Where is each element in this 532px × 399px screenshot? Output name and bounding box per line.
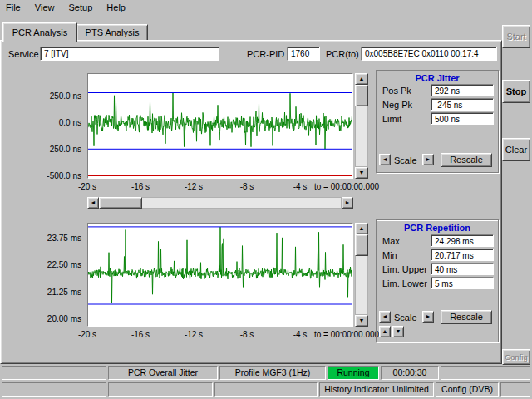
- scroll-right-icon[interactable]: ►: [342, 197, 353, 209]
- menu-item-help[interactable]: Help: [101, 0, 131, 12]
- scroll-up-icon[interactable]: ▲: [355, 223, 368, 234]
- repetition-y-tick: 20.00 ms: [23, 314, 81, 323]
- jitter-vertical-scrollbar: ▲ ▼: [355, 73, 368, 179]
- jitter-y-tick: -250.0 ns: [23, 145, 81, 154]
- lim-upper-value[interactable]: 40 ms: [431, 263, 494, 275]
- jitter-horizontal-scrollbar: ◄ ►: [87, 197, 353, 209]
- lim-lower-label: Lim. Lower: [382, 278, 427, 288]
- menu-item-setup[interactable]: Setup: [63, 0, 99, 12]
- min-label: Min: [382, 250, 397, 260]
- neg-pk-label: Neg Pk: [382, 100, 412, 110]
- repetition-scale-label: Scale: [394, 313, 417, 323]
- status-measurement-panel: PCR Overall Jitter: [108, 366, 218, 380]
- status-profile-panel: Profile MGF3 (1Hz): [219, 366, 326, 380]
- jitter-scale-label: Scale: [394, 155, 417, 165]
- pcr-to-field[interactable]: 0x005B8E7EC 0x0110 00:17:4: [361, 47, 497, 61]
- scrollbar-thumb[interactable]: [355, 234, 368, 256]
- pcr-to-label: PCR(to): [326, 49, 359, 59]
- repetition-scale-down-icon[interactable]: ▼: [392, 326, 404, 337]
- repetition-y-tick: 21.25 ms: [23, 288, 81, 297]
- repetition-x-tick: -16 s: [129, 330, 152, 339]
- repetition-x-tick: -12 s: [182, 330, 205, 339]
- lim-lower-value[interactable]: 5 ms: [431, 277, 494, 289]
- repetition-x-tick: -8 s: [235, 330, 259, 339]
- status-elapsed-time: 00:00:30: [381, 366, 439, 380]
- repetition-rescale-button[interactable]: Rescale: [441, 310, 492, 324]
- info-empty-panel: [214, 382, 318, 397]
- jitter-y-tick: 0.0 ns: [23, 118, 81, 127]
- application-window: File View Setup Help PCR Analysis PTS An…: [0, 0, 532, 399]
- neg-pk-value: -245 ns: [431, 98, 494, 111]
- repetition-vertical-scrollbar: ▲ ▼: [355, 223, 368, 327]
- pcr-jitter-panel-title: PCR Jitter: [376, 73, 499, 83]
- jitter-scale-left-icon[interactable]: ◄: [379, 154, 391, 165]
- repetition-scale-left-icon[interactable]: ◄: [379, 311, 391, 323]
- limit-value[interactable]: 500 ns: [431, 112, 494, 125]
- history-indicator-panel: History Indicator: Unlimited: [319, 382, 434, 397]
- clear-button[interactable]: Clear: [502, 138, 530, 161]
- scroll-up-icon[interactable]: ▲: [355, 73, 368, 85]
- status-empty-panel: [441, 366, 530, 380]
- jitter-y-tick: -500.0 ns: [23, 171, 81, 180]
- jitter-x-end-time-label: to = 00:00:00.000: [314, 182, 379, 191]
- jitter-scale-right-icon[interactable]: ►: [422, 154, 434, 165]
- jitter-chart-plot: [87, 73, 353, 179]
- tab-pts-analysis[interactable]: PTS Analysis: [76, 24, 148, 41]
- scroll-down-icon[interactable]: ▼: [355, 167, 368, 179]
- jitter-x-tick: -8 s: [235, 182, 259, 191]
- pos-pk-label: Pos Pk: [382, 86, 411, 96]
- info-empty-panel: [500, 382, 530, 397]
- menu-bar: File View Setup Help: [0, 0, 532, 16]
- pcr-pid-label: PCR-PID: [247, 49, 284, 59]
- pcr-repetition-panel-title: PCR Repetition: [376, 223, 499, 233]
- jitter-x-tick: -16 s: [129, 182, 152, 191]
- menu-item-view[interactable]: View: [29, 0, 61, 12]
- repetition-y-tick: 23.75 ms: [23, 234, 81, 243]
- status-running-badge: Running: [328, 366, 379, 380]
- min-value: 20.717 ms: [431, 249, 494, 261]
- jitter-x-tick: -4 s: [288, 182, 312, 191]
- lim-upper-label: Lim. Upper: [382, 264, 427, 274]
- scrollbar-thumb[interactable]: [99, 197, 142, 209]
- scrollbar-thumb[interactable]: [355, 85, 368, 106]
- pcr-pid-field[interactable]: 1760: [287, 47, 320, 61]
- repetition-chart-plot: [87, 223, 353, 327]
- status-empty-panel: [2, 366, 106, 380]
- stop-button[interactable]: Stop: [502, 80, 530, 103]
- info-empty-panel: [2, 382, 106, 397]
- jitter-x-tick: -20 s: [76, 182, 99, 191]
- max-label: Max: [382, 236, 400, 246]
- repetition-scale-up-icon[interactable]: ▲: [379, 326, 391, 337]
- info-empty-panel: [108, 382, 213, 397]
- pos-pk-value: 292 ns: [431, 84, 494, 96]
- service-label: Service: [8, 49, 39, 59]
- scroll-down-icon[interactable]: ▼: [355, 315, 368, 327]
- scroll-left-icon[interactable]: ◄: [87, 197, 99, 209]
- jitter-y-tick: 250.0 ns: [23, 91, 81, 101]
- jitter-x-tick: -12 s: [182, 182, 205, 191]
- config-dvb-panel: Config (DVB): [436, 382, 499, 397]
- limit-label: Limit: [382, 114, 401, 124]
- config-button[interactable]: Config: [502, 349, 530, 365]
- repetition-x-end-time-label: to = 00:00:00.000: [314, 330, 379, 339]
- repetition-y-tick: 22.50 ms: [23, 260, 81, 269]
- max-value: 24.298 ms: [431, 234, 494, 247]
- jitter-chart-svg: [88, 74, 352, 178]
- repetition-x-tick: -20 s: [76, 330, 99, 339]
- start-button[interactable]: Start: [502, 25, 530, 48]
- menu-item-file[interactable]: File: [0, 0, 27, 12]
- jitter-rescale-button[interactable]: Rescale: [441, 153, 492, 167]
- repetition-scale-right-icon[interactable]: ►: [422, 311, 434, 323]
- repetition-x-tick: -4 s: [288, 330, 312, 339]
- repetition-chart-svg: [88, 224, 352, 326]
- service-field[interactable]: 7 [ITV]: [40, 47, 219, 61]
- tab-pcr-analysis[interactable]: PCR Analysis: [2, 22, 77, 42]
